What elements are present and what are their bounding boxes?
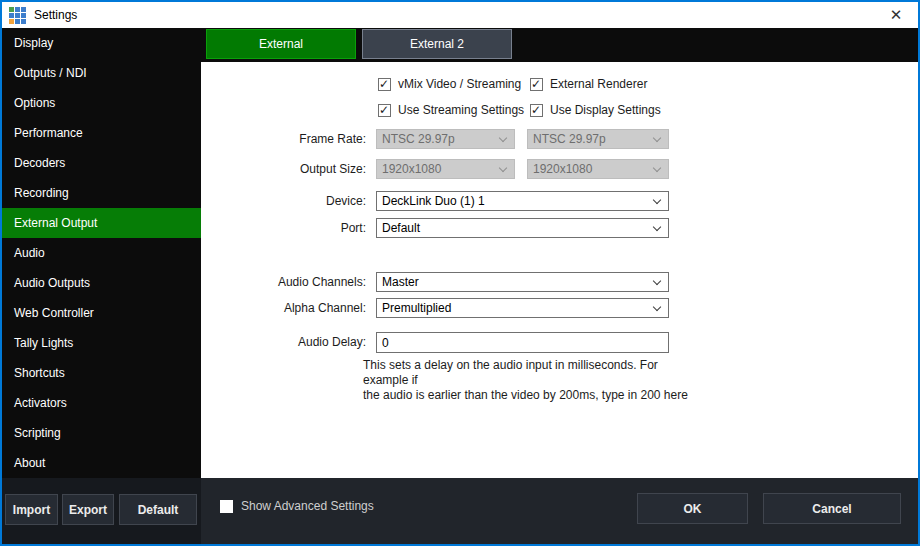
frame-rate-select-2: NTSC 29.97p <box>527 129 669 149</box>
audio-delay-help-text: This sets a delay on the audio input in … <box>363 358 699 403</box>
import-button[interactable]: Import <box>5 494 58 525</box>
frame-rate-value-1: NTSC 29.97p <box>382 132 455 146</box>
default-button[interactable]: Default <box>119 494 197 525</box>
export-button[interactable]: Export <box>62 494 114 525</box>
port-label: Port: <box>201 218 366 238</box>
titlebar: Settings ✕ <box>2 2 918 28</box>
frame-rate-value-2: NTSC 29.97p <box>533 132 606 146</box>
frame-rate-select-1: NTSC 29.97p <box>376 129 515 149</box>
use-display-settings-label: Use Display Settings <box>550 103 661 117</box>
alpha-channel-label: Alpha Channel: <box>201 298 366 318</box>
ok-button[interactable]: OK <box>637 493 748 524</box>
chevron-down-icon <box>653 303 661 311</box>
audio-channels-select[interactable]: Master <box>376 272 669 292</box>
device-select[interactable]: DeckLink Duo (1) 1 <box>376 191 669 211</box>
output-size-select-1: 1920x1080 <box>376 159 515 179</box>
settings-panel: vMix Video / Streaming External Renderer… <box>201 62 918 478</box>
output-size-value-1: 1920x1080 <box>382 162 441 176</box>
audio-delay-help-line-1: This sets a delay on the audio input in … <box>363 358 699 388</box>
chevron-down-icon <box>653 196 661 204</box>
tab-external[interactable]: External <box>206 29 356 59</box>
audio-channels-value: Master <box>382 275 419 289</box>
chevron-down-icon <box>499 164 507 172</box>
frame-rate-label: Frame Rate: <box>201 129 366 149</box>
audio-channels-label: Audio Channels: <box>201 272 366 292</box>
chevron-down-icon <box>653 134 661 142</box>
chevron-down-icon <box>499 134 507 142</box>
sidebar-item-scripting[interactable]: Scripting <box>2 418 201 448</box>
alpha-channel-value: Premultiplied <box>382 301 451 315</box>
port-value: Default <box>382 221 420 235</box>
sidebar-item-shortcuts[interactable]: Shortcuts <box>2 358 201 388</box>
port-select[interactable]: Default <box>376 218 669 238</box>
device-value: DeckLink Duo (1) 1 <box>382 194 485 208</box>
sidebar-item-display[interactable]: Display <box>2 28 201 58</box>
use-streaming-settings-label: Use Streaming Settings <box>398 103 524 117</box>
external-renderer-checkbox[interactable] <box>530 78 543 91</box>
chevron-down-icon <box>653 223 661 231</box>
output-size-label: Output Size: <box>201 159 366 179</box>
sidebar-item-activators[interactable]: Activators <box>2 388 201 418</box>
window-body: Display Outputs / NDI Options Performanc… <box>2 28 918 544</box>
alpha-channel-select[interactable]: Premultiplied <box>376 298 669 318</box>
settings-window: Settings ✕ Display Outputs / NDI Options… <box>0 0 920 546</box>
vmix-video-streaming-checkbox-group: vMix Video / Streaming <box>378 76 521 92</box>
tab-external-2[interactable]: External 2 <box>362 29 512 59</box>
sidebar-item-recording[interactable]: Recording <box>2 178 201 208</box>
chevron-down-icon <box>653 277 661 285</box>
device-label: Device: <box>201 191 366 211</box>
sidebar-item-outputs-ndi[interactable]: Outputs / NDI <box>2 58 201 88</box>
sidebar-footer: Import Export Default <box>2 478 201 544</box>
audio-delay-input[interactable] <box>376 332 669 353</box>
external-renderer-label: External Renderer <box>550 77 647 91</box>
use-streaming-settings-checkbox-group: Use Streaming Settings <box>378 102 524 118</box>
bottom-bar: Show Advanced Settings OK Cancel <box>201 478 918 544</box>
sidebar-item-external-output[interactable]: External Output <box>2 208 201 238</box>
chevron-down-icon <box>653 164 661 172</box>
external-renderer-checkbox-group: External Renderer <box>530 76 647 92</box>
use-streaming-settings-checkbox[interactable] <box>378 104 391 117</box>
close-button[interactable]: ✕ <box>874 2 918 28</box>
output-size-select-2: 1920x1080 <box>527 159 669 179</box>
sidebar-item-audio[interactable]: Audio <box>2 238 201 268</box>
sidebar: Display Outputs / NDI Options Performanc… <box>2 28 201 544</box>
sidebar-item-performance[interactable]: Performance <box>2 118 201 148</box>
close-icon: ✕ <box>890 6 903 24</box>
vmix-logo-icon <box>9 7 26 24</box>
show-advanced-settings-checkbox[interactable] <box>220 500 233 513</box>
sidebar-item-tally-lights[interactable]: Tally Lights <box>2 328 201 358</box>
sidebar-item-about[interactable]: About <box>2 448 201 478</box>
window-title: Settings <box>34 8 77 22</box>
audio-delay-label: Audio Delay: <box>201 332 366 352</box>
vmix-video-streaming-label: vMix Video / Streaming <box>398 77 521 91</box>
sidebar-item-web-controller[interactable]: Web Controller <box>2 298 201 328</box>
tab-row: External External 2 <box>201 28 918 62</box>
sidebar-item-decoders[interactable]: Decoders <box>2 148 201 178</box>
output-size-value-2: 1920x1080 <box>533 162 592 176</box>
use-display-settings-checkbox-group: Use Display Settings <box>530 102 661 118</box>
main-area: External External 2 vMix Video / Streami… <box>201 28 918 544</box>
cancel-button[interactable]: Cancel <box>763 493 901 524</box>
audio-delay-help-line-2: the audio is earlier than the video by 2… <box>363 388 699 403</box>
sidebar-item-options[interactable]: Options <box>2 88 201 118</box>
sidebar-item-audio-outputs[interactable]: Audio Outputs <box>2 268 201 298</box>
show-advanced-settings-label: Show Advanced Settings <box>241 499 374 513</box>
use-display-settings-checkbox[interactable] <box>530 104 543 117</box>
show-advanced-settings-group: Show Advanced Settings <box>220 499 374 513</box>
vmix-video-streaming-checkbox[interactable] <box>378 78 391 91</box>
